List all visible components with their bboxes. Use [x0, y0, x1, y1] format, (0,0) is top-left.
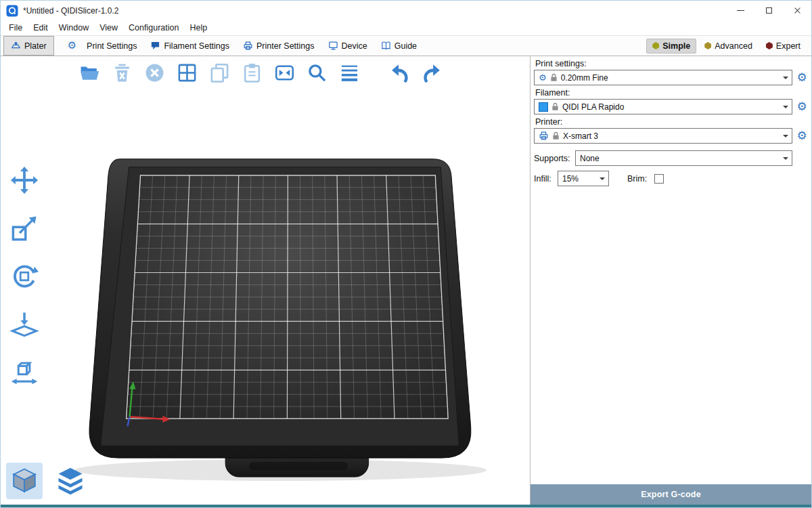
delete-all-icon — [144, 62, 165, 83]
search-button[interactable] — [304, 60, 330, 85]
place-on-face-icon — [10, 310, 39, 339]
delete-button[interactable] — [109, 60, 135, 85]
maximize-icon — [766, 7, 772, 14]
tab-printer-settings[interactable]: Printer Settings — [236, 36, 321, 56]
printer-combo[interactable]: X-smart 3 — [534, 128, 792, 144]
delete-all-button[interactable] — [141, 60, 167, 85]
mode-label: Simple — [662, 41, 690, 51]
variable-layer-height-button[interactable] — [336, 60, 362, 85]
gear-icon: ⚙ — [61, 41, 83, 51]
printer-value: X-smart 3 — [563, 131, 776, 141]
menu-help[interactable]: Help — [184, 20, 212, 35]
open-button[interactable] — [76, 60, 102, 85]
tab-label: Device — [342, 41, 367, 51]
redo-icon — [422, 62, 443, 83]
preview-view-button[interactable] — [52, 463, 89, 499]
arrange-icon — [177, 62, 198, 83]
redo-button[interactable] — [419, 60, 445, 85]
print-settings-combo[interactable]: ⚙ 0.20mm Fine — [534, 70, 792, 85]
chevron-down-icon — [780, 100, 792, 114]
plater-icon — [11, 41, 21, 51]
mode-label: Advanced — [715, 41, 752, 51]
infill-combo[interactable]: 15% — [558, 171, 609, 186]
viewport-3d[interactable] — [1, 56, 530, 505]
menu-edit[interactable]: Edit — [28, 20, 53, 35]
mode-label: Expert — [776, 41, 800, 51]
printer-icon — [539, 131, 549, 141]
chevron-down-icon — [780, 129, 792, 143]
printer-gear-button[interactable]: ⚙ — [796, 130, 808, 142]
book-icon — [381, 41, 391, 51]
main-area: Print settings: ⚙ 0.20mm Fine ⚙ Filament… — [1, 56, 811, 505]
arrange-button[interactable] — [174, 60, 200, 85]
window-title: *Untitled - QIDISlicer-1.0.2 — [23, 6, 118, 16]
menu-window[interactable]: Window — [53, 20, 94, 35]
right-sidebar: Print settings: ⚙ 0.20mm Fine ⚙ Filament… — [530, 56, 811, 505]
brim-label: Brim: — [627, 174, 647, 184]
lock-icon — [551, 102, 559, 111]
rotate-icon — [10, 262, 39, 291]
printer-label: Printer: — [535, 117, 808, 127]
print-settings-gear-button[interactable]: ⚙ — [796, 72, 808, 83]
copy-button[interactable] — [206, 60, 232, 85]
menu-configuration[interactable]: Configuration — [123, 20, 184, 35]
chevron-down-icon — [780, 151, 792, 165]
supports-combo[interactable]: None — [575, 150, 792, 166]
print-settings-label: Print settings: — [535, 59, 808, 68]
sliced-layers-icon — [56, 467, 85, 495]
tab-label: Printer Settings — [256, 41, 314, 51]
undo-button[interactable] — [386, 60, 412, 85]
window-controls — [726, 1, 811, 20]
move-tool-button[interactable] — [7, 163, 41, 197]
tab-label: Guide — [394, 41, 417, 51]
place-on-face-tool-button[interactable] — [7, 308, 41, 341]
move-icon — [10, 166, 39, 194]
filament-label: Filament: — [535, 88, 808, 98]
brim-checkbox[interactable] — [654, 174, 664, 184]
maximize-button[interactable] — [754, 1, 783, 20]
delete-icon — [112, 62, 133, 83]
simple-mode-dot — [652, 42, 659, 49]
mode-simple[interactable]: Simple — [646, 39, 696, 54]
mode-advanced[interactable]: Advanced — [699, 39, 758, 53]
filament-combo[interactable]: QIDI PLA Rapido — [534, 99, 792, 114]
3d-editor-view-button[interactable] — [6, 463, 43, 499]
minimize-button[interactable] — [726, 1, 754, 20]
tab-label: Filament Settings — [164, 41, 229, 51]
menu-view[interactable]: View — [94, 20, 123, 35]
chevron-down-icon — [780, 70, 792, 85]
title-bar: *Untitled - QIDISlicer-1.0.2 — [1, 1, 811, 20]
search-icon — [307, 62, 328, 83]
tab-filament-settings[interactable]: Filament Settings — [143, 36, 236, 56]
minimize-icon — [737, 10, 744, 12]
device-icon — [328, 41, 338, 51]
split-icon — [274, 62, 295, 83]
menu-file[interactable]: File — [3, 20, 28, 35]
close-button[interactable] — [783, 1, 811, 20]
menu-bar: File Edit Window View Configuration Help — [1, 20, 811, 36]
paste-icon — [242, 62, 263, 83]
rotate-tool-button[interactable] — [7, 259, 41, 293]
filament-value: QIDI PLA Rapido — [562, 102, 776, 112]
tab-plater[interactable]: Plater — [3, 36, 54, 56]
paste-button[interactable] — [239, 60, 265, 85]
app-window: *Untitled - QIDISlicer-1.0.2 File Edit W… — [0, 0, 812, 508]
3d-cube-icon — [10, 467, 39, 495]
tab-device[interactable]: Device — [321, 36, 374, 56]
export-gcode-button[interactable]: Export G-code — [531, 484, 811, 505]
close-icon — [794, 7, 801, 14]
size-tool-button[interactable] — [7, 356, 41, 389]
open-folder-icon — [79, 62, 100, 83]
filament-icon — [150, 41, 160, 51]
tab-label: Print Settings — [87, 41, 137, 51]
scale-tool-button[interactable] — [7, 211, 41, 245]
mode-expert[interactable]: Expert — [761, 39, 806, 53]
view-switch — [6, 463, 89, 499]
filament-gear-button[interactable]: ⚙ — [796, 101, 808, 112]
filament-color-swatch — [539, 102, 548, 112]
print-settings-value: 0.20mm Fine — [561, 73, 776, 83]
chevron-down-icon — [596, 171, 608, 186]
tab-print-settings[interactable]: ⚙ Print Settings — [54, 36, 144, 56]
tab-guide[interactable]: Guide — [374, 36, 424, 56]
split-to-objects-button[interactable] — [271, 60, 297, 85]
